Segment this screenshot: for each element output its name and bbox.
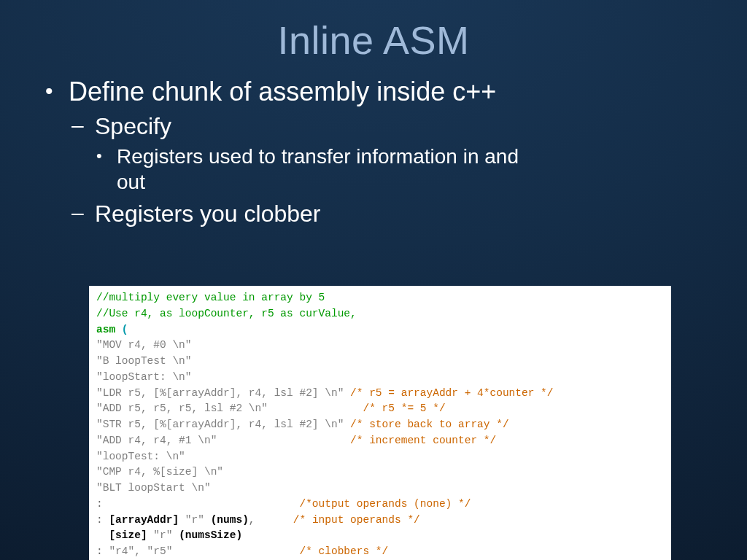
bullet-l1-0: Define chunk of assembly inside c++ Spec… — [45, 76, 696, 228]
code-str-6: "ADD r4, r4, #1 \n" — [96, 435, 217, 446]
bullet-list-l1: Define chunk of assembly inside c++ Spec… — [45, 76, 696, 228]
slide: Inline ASM Define chunk of assembly insi… — [0, 0, 747, 560]
code-in1-con: "r" — [185, 514, 204, 526]
bullet-l3-0-text: Registers used to transfer information i… — [117, 145, 519, 193]
code-comma-0: , — [249, 514, 255, 526]
code-str-8: "CMP r4, %[size] \n" — [96, 466, 223, 478]
code-clobbers: "r4", "r5" — [109, 545, 172, 557]
bullet-l1-0-text: Define chunk of assembly inside c++ — [69, 77, 496, 106]
bullet-list-l3: Registers used to transfer information i… — [95, 144, 696, 195]
bullet-l2-1: Registers you clobber — [69, 199, 696, 228]
bullet-l2-0-text: Specify — [95, 113, 171, 139]
code-in2-con: "r" — [153, 529, 172, 541]
code-block: //multiply every value in array by 5 //U… — [89, 286, 671, 560]
bullet-l3-0: Registers used to transfer information i… — [95, 144, 525, 195]
code-in1-val: (nums) — [211, 514, 249, 526]
code-colon-2: : — [96, 545, 103, 557]
code-str-3: "LDR r5, [%[arrayAddr], r4, lsl #2] \n" — [96, 387, 344, 399]
slide-body: Define chunk of assembly inside c++ Spec… — [0, 63, 747, 228]
slide-title: Inline ASM — [0, 0, 747, 63]
code-colon-0: : — [96, 498, 103, 510]
code-in2-name: [size] — [109, 529, 147, 541]
code-inline-comment-5: /* store back to array */ — [350, 419, 509, 430]
code-inline-comment-4: /* r5 *= 5 */ — [363, 402, 445, 414]
code-str-0: "MOV r4, #0 \n" — [96, 339, 192, 351]
bullet-list-l2: Specify Registers used to transfer infor… — [69, 112, 696, 228]
code-comment-0: //multiply every value in array by 5 — [96, 292, 325, 303]
code-clob-comment: /* clobbers */ — [299, 545, 388, 557]
bullet-l2-1-text: Registers you clobber — [95, 201, 320, 227]
code-colon-1: : — [96, 514, 103, 526]
code-in1-name: [arrayAddr] — [109, 514, 179, 526]
code-keyword-asm: asm — [96, 324, 115, 335]
bullet-l2-0: Specify Registers used to transfer infor… — [69, 112, 696, 195]
code-str-9: "BLT loopStart \n" — [96, 482, 211, 494]
code-str-5: "STR r5, [%[arrayAddr], r4, lsl #2] \n" — [96, 419, 344, 430]
code-inline-comment-6: /* increment counter */ — [350, 435, 496, 446]
code-out-comment: /*output operands (none) */ — [299, 498, 471, 510]
code-inline-comment-3: /* r5 = arrayAddr + 4*counter */ — [350, 387, 553, 399]
code-str-2: "loopStart: \n" — [96, 371, 192, 383]
code-in2-val: (numsSize) — [179, 529, 242, 541]
code-str-7: "loopTest: \n" — [96, 451, 185, 462]
code-comment-1: //Use r4, as loopCounter, r5 as curValue… — [96, 308, 357, 319]
code-str-4: "ADD r5, r5, r5, lsl #2 \n" — [96, 402, 268, 414]
code-in-comment: /* input operands */ — [293, 514, 420, 526]
code-paren-open: ( — [122, 324, 128, 335]
code-str-1: "B loopTest \n" — [96, 355, 192, 367]
